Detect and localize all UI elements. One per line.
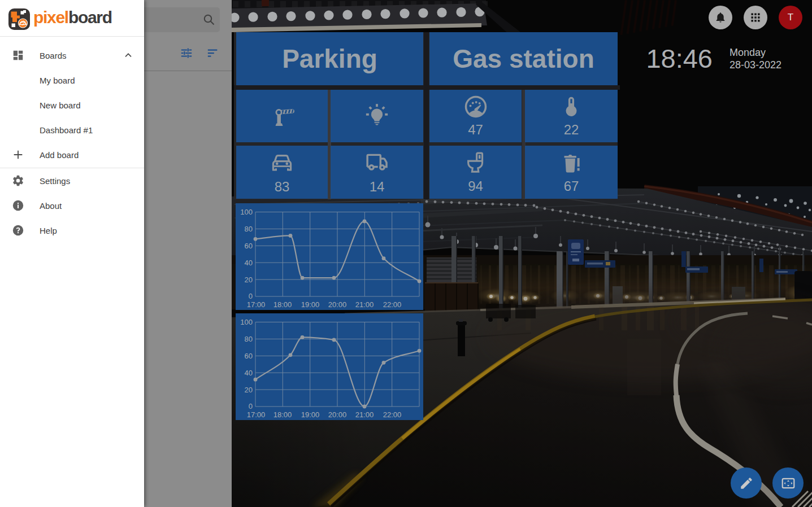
svg-text:40: 40 [245, 259, 253, 267]
svg-text:60: 60 [245, 242, 253, 250]
svg-text:17:00: 17:00 [247, 410, 266, 419]
svg-text:22:00: 22:00 [383, 300, 402, 309]
svg-text:19:00: 19:00 [301, 300, 320, 309]
svg-text:20:00: 20:00 [328, 410, 347, 419]
svg-text:20: 20 [245, 386, 253, 394]
svg-text:18:00: 18:00 [273, 410, 292, 419]
svg-text:22:00: 22:00 [383, 410, 402, 419]
svg-text:17:00: 17:00 [247, 300, 266, 309]
svg-text:19:00: 19:00 [301, 410, 320, 419]
svg-text:21:00: 21:00 [355, 410, 374, 419]
svg-text:20: 20 [245, 276, 253, 284]
svg-text:60: 60 [245, 352, 253, 360]
svg-text:0: 0 [249, 292, 253, 300]
svg-text:0: 0 [249, 402, 253, 410]
svg-text:18:00: 18:00 [273, 300, 292, 309]
svg-text:100: 100 [240, 318, 253, 326]
svg-text:21:00: 21:00 [355, 300, 374, 309]
svg-text:80: 80 [245, 225, 253, 233]
svg-text:80: 80 [245, 335, 253, 343]
svg-text:40: 40 [245, 369, 253, 377]
svg-text:100: 100 [240, 208, 253, 216]
svg-text:20:00: 20:00 [328, 300, 347, 309]
